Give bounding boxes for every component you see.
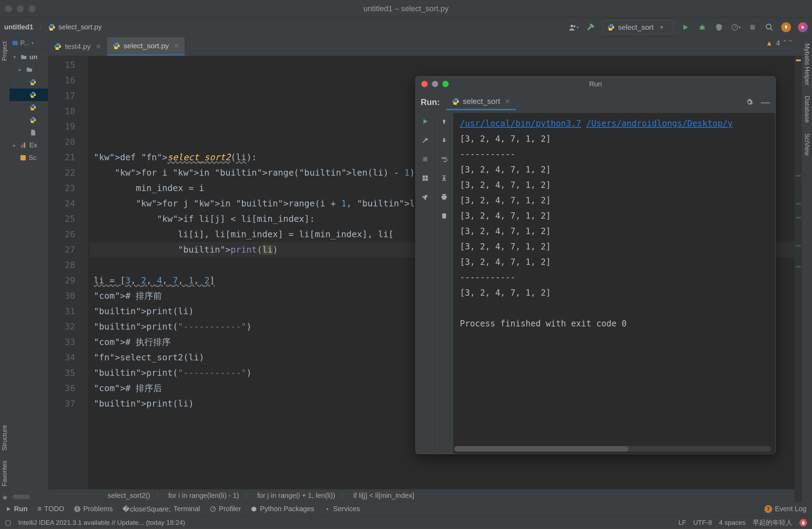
terminal-icon: �closeSquare; xyxy=(122,505,171,513)
fold-column[interactable] xyxy=(80,56,88,502)
chevron-down-icon[interactable]: ▾ xyxy=(13,54,18,60)
close-tab-icon[interactable]: ✕ xyxy=(96,43,101,50)
up-arrow-icon[interactable] xyxy=(439,117,449,126)
bc-item[interactable]: for j in range(i + 1, len(li)) xyxy=(257,492,335,500)
svg-rect-14 xyxy=(422,176,425,178)
svg-rect-17 xyxy=(425,178,428,181)
down-arrow-icon[interactable] xyxy=(439,135,449,145)
svg-rect-8 xyxy=(13,41,18,45)
status-indent[interactable]: 4 spaces xyxy=(719,519,746,527)
editor-tab-select-sort[interactable]: select_sort.py ✕ xyxy=(107,37,185,56)
chevron-right-icon[interactable]: ▸ xyxy=(19,67,24,72)
folder-icon xyxy=(26,66,33,73)
svg-rect-16 xyxy=(422,178,425,181)
tree-row-scratches[interactable]: Sc xyxy=(10,151,48,164)
chevron-right-icon[interactable]: ▸ xyxy=(13,142,18,148)
user-icon[interactable]: ▾ xyxy=(569,22,579,32)
layout-icon[interactable] xyxy=(420,173,430,183)
build-hammer-icon[interactable] xyxy=(586,22,596,32)
print-icon[interactable] xyxy=(439,192,449,202)
sciview-tool-tab[interactable]: SciView xyxy=(803,131,811,158)
hide-icon[interactable]: — xyxy=(761,97,770,107)
project-tree-header[interactable]: P... ▾ xyxy=(10,37,48,49)
database-tool-tab[interactable]: Database xyxy=(803,93,811,126)
project-tool-tab[interactable]: Project xyxy=(0,38,9,64)
tree-row[interactable] xyxy=(10,101,48,114)
run-hscrollbar[interactable] xyxy=(454,446,771,452)
close-tab-icon[interactable]: ✕ xyxy=(505,98,510,105)
scroll-to-end-icon[interactable] xyxy=(439,173,449,183)
problems-tool-button[interactable]: !Problems xyxy=(74,505,113,513)
svg-rect-10 xyxy=(23,143,24,148)
stop-icon[interactable] xyxy=(420,154,430,164)
tree-row-selected[interactable] xyxy=(10,89,48,101)
tree-row[interactable] xyxy=(10,126,48,139)
trash-icon[interactable] xyxy=(439,211,449,221)
python-icon xyxy=(452,98,460,105)
bc-item[interactable]: select_sort2() xyxy=(108,492,150,500)
todo-tool-button[interactable]: ≡TODO xyxy=(37,505,64,513)
lock-icon[interactable] xyxy=(799,519,807,527)
scroll-thumb[interactable] xyxy=(454,446,628,452)
services-tool-button[interactable]: Services xyxy=(324,505,360,513)
library-icon xyxy=(20,142,27,149)
warnings-count: 4 xyxy=(776,39,780,47)
python-packages-tool-button[interactable]: Python Packages xyxy=(251,505,314,513)
status-message[interactable]: IntelliJ IDEA 2021.3.1 available // Upda… xyxy=(18,519,185,527)
pin-icon[interactable] xyxy=(420,192,430,202)
line-gutter[interactable]: 1516171819202122232425262728293031323334… xyxy=(48,56,80,502)
inspections-indicator[interactable]: ▲ 4 ˆ ˇ xyxy=(766,39,792,47)
status-line-sep[interactable]: LF xyxy=(678,519,686,527)
run-button-icon[interactable] xyxy=(681,22,690,32)
breadcrumb-project[interactable]: untitled1 xyxy=(4,23,33,31)
run-window-title: Run xyxy=(416,80,775,88)
window-title: untitled1 – select_sort.py xyxy=(0,4,812,13)
tree-row[interactable] xyxy=(10,114,48,126)
update-badge-icon[interactable] xyxy=(781,22,791,32)
close-tab-icon[interactable]: ✕ xyxy=(174,42,179,50)
run-config-selector[interactable]: select_sort ▼ xyxy=(603,21,674,34)
tree-row[interactable]: ▸ xyxy=(10,63,48,76)
profile-icon[interactable]: ▾ xyxy=(731,22,741,32)
right-tool-strip: Mybatis Helper Database SciView xyxy=(802,37,812,502)
editor-tab-label: select_sort.py xyxy=(124,42,169,50)
svg-point-0 xyxy=(51,24,51,25)
soft-wrap-icon[interactable] xyxy=(439,154,449,164)
tree-row-ext[interactable]: ▸ Ex xyxy=(10,139,48,151)
debug-button-icon[interactable] xyxy=(697,22,707,32)
svg-point-4 xyxy=(700,26,704,30)
event-log-button[interactable]: 7Event Log xyxy=(764,505,806,513)
editor-tab-test4[interactable]: test4.py ✕ xyxy=(48,37,107,56)
breadcrumb-file-label: select_sort.py xyxy=(58,23,101,31)
python-file-icon xyxy=(48,23,56,31)
breadcrumb-file[interactable]: select_sort.py xyxy=(48,23,101,31)
structure-tool-tab[interactable]: Structure xyxy=(0,422,9,453)
coverage-icon[interactable] xyxy=(714,22,724,32)
run-left-toolbar xyxy=(416,113,435,454)
next-highlight-icon[interactable]: ˇ xyxy=(789,39,792,47)
run-tab[interactable]: select_sort ✕ xyxy=(446,94,516,110)
ide-services-icon[interactable] xyxy=(798,22,808,32)
prev-highlight-icon[interactable]: ˆ xyxy=(784,39,786,47)
svg-rect-9 xyxy=(21,145,22,148)
tree-row-root[interactable]: ▾ un xyxy=(10,51,48,63)
gear-icon[interactable] xyxy=(745,97,754,107)
error-stripe[interactable] xyxy=(795,56,802,502)
search-icon[interactable] xyxy=(764,22,774,32)
tree-row[interactable] xyxy=(10,76,48,89)
tool-windows-toggle-icon[interactable]: ▢ xyxy=(5,519,11,527)
stop-icon[interactable] xyxy=(748,22,757,32)
bc-item[interactable]: if li[j] < li[min_index] xyxy=(353,492,414,500)
rerun-icon[interactable] xyxy=(420,117,430,126)
mybatis-tool-tab[interactable]: Mybatis Helper xyxy=(803,41,811,88)
terminal-tool-button[interactable]: �closeSquare;Terminal xyxy=(122,505,200,513)
profiler-tool-button[interactable]: Profiler xyxy=(210,505,241,513)
run-tool-button[interactable]: Run xyxy=(6,505,28,513)
run-console[interactable]: /usr/local/bin/python3.7 /Users/androidl… xyxy=(454,113,775,454)
run-window-titlebar[interactable]: Run xyxy=(416,77,775,91)
tree-scroll-thumb[interactable] xyxy=(13,495,30,499)
favorites-tool-tab[interactable]: Favorites xyxy=(0,458,9,489)
bc-item[interactable]: for i in range(len(li) - 1) xyxy=(168,492,239,500)
wrench-icon[interactable] xyxy=(420,135,430,145)
status-encoding[interactable]: UTF-8 xyxy=(693,519,712,527)
